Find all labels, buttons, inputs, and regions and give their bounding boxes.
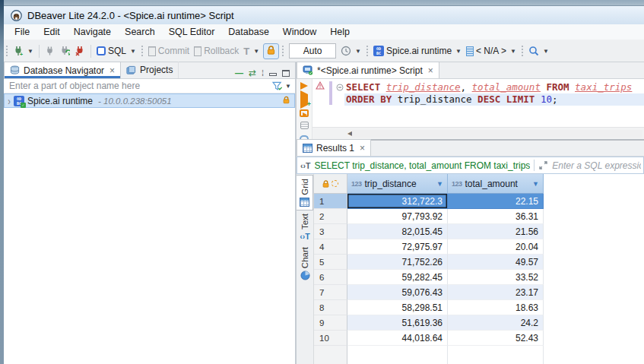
- sql-line-2[interactable]: ORDER BY trip_distance DESC LIMIT 10;: [344, 93, 644, 106]
- close-icon[interactable]: ×: [108, 67, 115, 74]
- expand-icon[interactable]: [538, 160, 548, 170]
- grid-cell[interactable]: 52.43: [448, 331, 544, 346]
- transaction-mode-button[interactable]: T ▼: [241, 44, 262, 59]
- grid-row-9[interactable]: 951,619.3624.2: [314, 315, 644, 331]
- editor-hscrollbar[interactable]: ◀: [312, 127, 644, 139]
- menu-database[interactable]: Database: [221, 27, 276, 37]
- side-tab-text[interactable]: Text ‹›T: [297, 210, 313, 244]
- grid-cell[interactable]: 97,793.92: [347, 209, 448, 224]
- grid-cell[interactable]: 44,018.64: [347, 331, 448, 346]
- scrollbar-track[interactable]: [352, 130, 642, 138]
- grid-cell[interactable]: 20.04: [448, 239, 544, 255]
- column-header-trip-distance[interactable]: 123 trip_distance ▼: [347, 174, 448, 194]
- grid-row-8[interactable]: 858,298.5118.63: [314, 300, 644, 315]
- grid-row-3[interactable]: 382,015.4521.56: [314, 224, 644, 239]
- result-query-text[interactable]: SELECT trip_distance, total_amount FROM …: [314, 160, 530, 171]
- execute-script-icon[interactable]: [300, 109, 309, 117]
- row-number[interactable]: 10: [314, 331, 347, 346]
- row-number[interactable]: 8: [314, 300, 347, 315]
- collapse-all-icon[interactable]: —: [235, 68, 243, 78]
- row-number[interactable]: 7: [314, 285, 347, 300]
- grid-cell[interactable]: 59,076.43: [347, 285, 448, 300]
- row-number[interactable]: 4: [314, 239, 347, 255]
- grid-cell[interactable]: 22.15: [448, 194, 544, 209]
- grid-cell[interactable]: 71,752.26: [347, 255, 448, 270]
- filter-funnel-icon[interactable]: [272, 81, 284, 91]
- menu-search[interactable]: Search: [118, 27, 162, 37]
- rollback-button[interactable]: Rollback: [192, 44, 241, 58]
- row-number[interactable]: 6: [314, 270, 347, 285]
- grid-cell[interactable]: 21.56: [448, 224, 544, 239]
- sql-editor-button[interactable]: SQL ▼: [94, 44, 138, 58]
- sql-code-area[interactable]: SELECT trip_distance, total_amount FROM …: [344, 79, 644, 127]
- row-number[interactable]: 1: [314, 194, 347, 209]
- grid-row-2[interactable]: 297,793.9236.31: [314, 209, 644, 224]
- tree-item-connection[interactable]: › OD BC ✓ Spice.ai runtime - 10.0.0.238:…: [4, 93, 295, 108]
- view-menu-icon[interactable]: ⁞: [262, 68, 264, 78]
- grid-cell[interactable]: 36.31: [448, 209, 544, 224]
- menu-help[interactable]: Help: [323, 27, 357, 37]
- grid-cell[interactable]: 72,975.97: [347, 239, 448, 255]
- sort-dropdown-icon[interactable]: ▼: [532, 180, 539, 188]
- commit-button[interactable]: Commit: [146, 44, 192, 58]
- auto-commit-combo[interactable]: Auto: [289, 43, 336, 59]
- active-database-combo[interactable]: < N/A > ▼: [464, 44, 519, 58]
- sql-line-1[interactable]: SELECT trip_distance, total_amount FROM …: [344, 81, 644, 93]
- tab-sql-script[interactable]: *<Spice.ai runtime> Script ×: [297, 62, 439, 78]
- grid-corner-cell[interactable]: [314, 174, 347, 194]
- grid-row-4[interactable]: 472,975.9720.04: [314, 239, 644, 255]
- row-number[interactable]: 5: [314, 255, 347, 270]
- grid-cell[interactable]: 24.2: [448, 315, 544, 331]
- row-number[interactable]: 9: [314, 315, 347, 331]
- grid-row-5[interactable]: 571,752.2649.57: [314, 255, 644, 270]
- grid-cell[interactable]: 59,282.45: [347, 270, 448, 285]
- grid-row-6[interactable]: 659,282.4533.52: [314, 270, 644, 285]
- new-connection-button[interactable]: + ▼: [11, 44, 36, 58]
- grid-cell[interactable]: 58,298.51: [347, 300, 448, 315]
- grid-cell[interactable]: 82,015.45: [347, 224, 448, 239]
- transaction-log-button[interactable]: ▼: [338, 44, 363, 58]
- script-icon[interactable]: [300, 122, 309, 129]
- side-tab-chart[interactable]: Chart: [297, 244, 313, 283]
- active-connection-combo[interactable]: OD BC Spice.ai runtime ▼: [371, 44, 464, 58]
- menu-edit[interactable]: Edit: [36, 27, 67, 37]
- grid-cell[interactable]: 51,619.36: [347, 315, 448, 331]
- expander-chevron-icon[interactable]: ›: [8, 97, 11, 106]
- chevron-down-icon[interactable]: ▼: [285, 83, 291, 90]
- reconnect-button[interactable]: [57, 44, 72, 58]
- grid-row-1[interactable]: 1312,722.322.15: [314, 194, 644, 209]
- row-number[interactable]: 3: [314, 224, 347, 239]
- grid-cell[interactable]: 23.17: [448, 285, 544, 300]
- sort-dropdown-icon[interactable]: ▼: [436, 180, 443, 188]
- execute-new-tab-button[interactable]: +: [300, 94, 308, 105]
- maximize-icon[interactable]: [282, 70, 290, 77]
- connection-lock-toggle[interactable]: [263, 43, 279, 59]
- column-header-total-amount[interactable]: 123 total_amount ▼: [448, 174, 544, 194]
- search-button[interactable]: ▼: [526, 44, 551, 58]
- row-number[interactable]: 2: [314, 209, 347, 224]
- tab-results-1[interactable]: Results 1 ×: [297, 139, 371, 156]
- execute-statement-icon[interactable]: [300, 82, 308, 90]
- close-icon[interactable]: ×: [358, 144, 365, 152]
- menu-window[interactable]: Window: [276, 27, 323, 37]
- grid-cell[interactable]: 33.52: [448, 270, 544, 285]
- grid-row-10[interactable]: 1044,018.6452.43: [314, 331, 644, 346]
- grid-cell[interactable]: 312,722.3: [347, 194, 448, 209]
- link-with-editor-icon[interactable]: ⇄: [249, 68, 256, 78]
- object-filter-input[interactable]: Enter a part of object name here: [9, 81, 140, 91]
- grid-row-7[interactable]: 759,076.4323.17: [314, 285, 644, 300]
- fold-marker[interactable]: [335, 81, 344, 93]
- side-tab-grid[interactable]: Grid: [297, 175, 313, 210]
- menu-sql-editor[interactable]: SQL Editor: [162, 27, 222, 37]
- grid-cell[interactable]: 18.63: [448, 300, 544, 315]
- sql-expression-input[interactable]: Enter a SQL expression to: [552, 160, 641, 171]
- disconnect-button[interactable]: [72, 44, 87, 58]
- menu-file[interactable]: File: [8, 27, 36, 37]
- grid-cell[interactable]: 49.57: [448, 255, 544, 270]
- tab-database-navigator[interactable]: Database Navigator ×: [4, 62, 121, 78]
- minimize-icon[interactable]: [269, 73, 277, 76]
- tab-projects[interactable]: Projects: [121, 62, 179, 78]
- menu-navigate[interactable]: Navigate: [67, 27, 118, 37]
- connect-button[interactable]: [43, 44, 57, 58]
- close-icon[interactable]: ×: [427, 67, 433, 74]
